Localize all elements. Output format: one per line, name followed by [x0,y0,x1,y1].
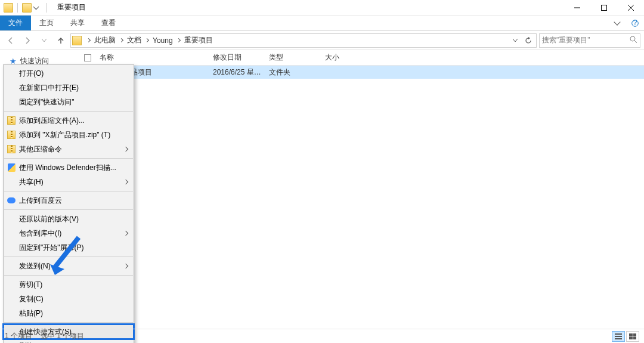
cm-open-new-window[interactable]: 在新窗口中打开(E) [4,81,134,95]
address-bar[interactable]: 此电脑 文档 Young 重要项目 [70,33,537,48]
status-item-count: 1 个项目 [5,331,32,341]
recent-locations-button[interactable] [37,33,51,48]
cm-add-to-zip[interactable]: 添加到 "X新产品项目.zip" (T) [4,128,134,142]
tab-view[interactable]: 查看 [93,16,124,30]
tab-home[interactable]: 主页 [31,16,62,30]
svg-line-7 [634,41,637,43]
breadcrumb-seg-2[interactable]: Young [151,36,174,45]
qat-folder-icon[interactable] [22,3,32,13]
svg-text:?: ? [633,20,637,27]
context-menu: 打开(O) 在新窗口中打开(E) 固定到"快速访问" 添加到压缩文件(A)...… [3,64,134,343]
cm-other-compress[interactable]: 其他压缩命令 [4,142,134,156]
search-placeholder: 搜索"重要项目" [542,35,590,45]
archive-icon [7,131,16,139]
tab-share[interactable]: 共享 [62,16,93,30]
shield-icon [8,163,16,172]
search-icon [630,36,637,45]
file-row[interactable]: X新产品项目 2016/6/25 星期... 文件夹 [80,66,644,79]
back-button[interactable] [4,33,18,48]
help-button[interactable]: ? [626,16,644,30]
cm-upload-baidu[interactable]: 上传到百度云 [4,193,134,208]
cm-add-to-archive[interactable]: 添加到压缩文件(A)... [4,113,134,128]
status-bar: 1 个项目 选中 1 个项目 [0,329,644,343]
cm-separator [4,257,133,257]
titlebar-separator [46,3,47,13]
breadcrumb-caret-icon [119,38,123,42]
submenu-arrow-icon [123,231,128,236]
address-folder-icon [72,36,82,45]
column-name[interactable]: 名称 [95,52,208,63]
cm-separator [4,275,133,276]
column-headers: 名称 修改日期 类型 大小 [80,50,644,66]
breadcrumb-seg-3[interactable]: 重要项目 [183,35,214,45]
cm-separator [4,111,133,112]
breadcrumb-caret-icon [145,38,149,42]
cm-share[interactable]: 共享(H) [4,175,134,189]
cloud-icon [7,197,16,203]
cm-pin-quick-access[interactable]: 固定到"快速访问" [4,95,134,109]
column-size[interactable]: 大小 [320,52,356,63]
search-box[interactable]: 搜索"重要项目" [539,33,640,48]
column-type[interactable]: 类型 [264,52,320,63]
cm-separator [4,158,133,159]
quick-access-toolbar [0,3,41,13]
view-icons-button[interactable] [626,331,639,342]
row-date: 2016/6/25 星期... [208,67,264,78]
close-button[interactable] [617,0,644,16]
status-selected-count: 选中 1 个项目 [41,331,84,341]
cm-send-to[interactable]: 发送到(N) [4,259,134,273]
up-button[interactable] [54,33,68,48]
cm-include-in-library[interactable]: 包含到库中(I) [4,226,134,240]
view-details-button[interactable] [612,331,625,342]
cm-separator [4,322,133,323]
cm-cut[interactable]: 剪切(T) [4,277,134,292]
svg-rect-1 [601,5,606,10]
column-date[interactable]: 修改日期 [208,52,264,63]
title-bar: 重要项目 [0,0,644,16]
cm-paste[interactable]: 粘贴(P) [4,306,134,320]
qat-divider [17,3,18,13]
row-type: 文件夹 [264,67,320,78]
submenu-arrow-icon [123,264,128,268]
cm-restore-previous[interactable]: 还原以前的版本(V) [4,212,134,226]
qat-dropdown-icon[interactable] [33,4,39,10]
forward-button[interactable] [20,33,35,48]
breadcrumb-seg-1[interactable]: 文档 [126,35,143,45]
archive-icon [7,145,16,153]
column-checkbox[interactable] [80,54,95,61]
cm-pin-to-start[interactable]: 固定到"开始"屏幕(P) [4,240,134,255]
ribbon-tabs: 文件 主页 共享 查看 ? [0,16,644,31]
address-dropdown-button[interactable] [509,37,522,44]
archive-icon [7,116,16,125]
cm-separator [4,209,133,210]
breadcrumb-caret-icon [177,38,181,42]
breadcrumb-seg-0[interactable]: 此电脑 [93,35,117,45]
ribbon-expand-button[interactable] [608,16,626,30]
navigation-bar: 此电脑 文档 Young 重要项目 搜索"重要项目" [0,31,644,50]
file-list: 名称 修改日期 类型 大小 X新产品项目 2016/6/25 星期... 文件夹 [80,50,644,329]
cm-defender-scan[interactable]: 使用 Windows Defender扫描... [4,160,134,175]
submenu-arrow-icon [123,147,128,152]
submenu-arrow-icon [123,180,128,184]
minimize-button[interactable] [564,0,590,16]
svg-point-6 [630,36,635,41]
breadcrumb-caret-icon [86,38,91,42]
cm-copy[interactable]: 复制(C) [4,292,134,306]
cm-open[interactable]: 打开(O) [4,66,134,81]
window-title: 重要项目 [57,2,86,13]
app-icon [4,3,13,13]
maximize-button[interactable] [590,0,617,16]
refresh-button[interactable] [522,37,535,44]
cm-separator [4,191,133,191]
tab-file[interactable]: 文件 [0,16,31,30]
